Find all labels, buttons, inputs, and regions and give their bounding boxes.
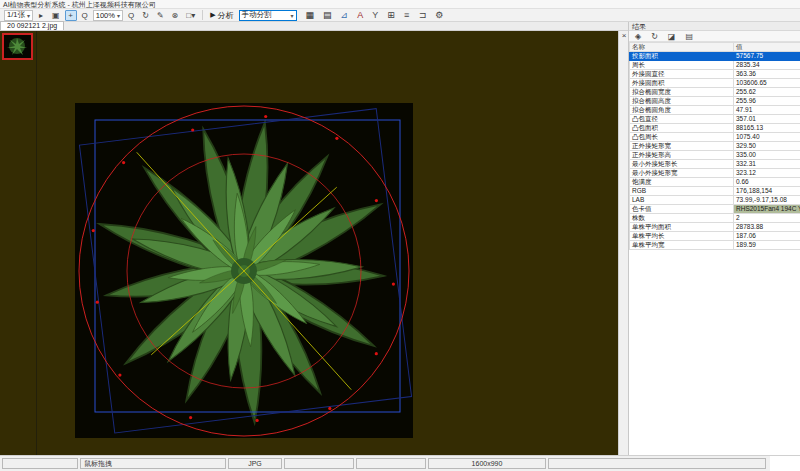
- zoom-out-icon[interactable]: Q: [79, 10, 91, 21]
- font-icon[interactable]: A: [354, 10, 366, 21]
- pan-tool-button[interactable]: +: [65, 10, 77, 21]
- next-page-button[interactable]: ▸: [35, 10, 47, 21]
- save-image-icon[interactable]: ▦: [303, 10, 318, 21]
- tip-dot: [335, 137, 338, 140]
- property-row[interactable]: 凸包面积88165.13: [630, 124, 800, 133]
- property-row[interactable]: 色卡值RHS2015Fan4 194C Yellow-Green: [630, 205, 800, 214]
- copy-icon[interactable]: ▣: [49, 10, 63, 21]
- property-value: 28783.88: [734, 223, 800, 232]
- property-name: 拟合椭圆宽度: [630, 88, 734, 97]
- results-panel-title: 结果: [629, 22, 800, 31]
- property-row[interactable]: 正外接矩形高335.00: [630, 151, 800, 160]
- property-name: 饱满度: [630, 178, 734, 187]
- report-icon[interactable]: ▤: [320, 10, 335, 21]
- property-row[interactable]: RGB176,188,154: [630, 187, 800, 196]
- toolbar-separator: [202, 10, 203, 20]
- canvas-scrollbar[interactable]: ×: [618, 31, 628, 455]
- property-value: 187.06: [734, 232, 800, 241]
- shape-tool-button[interactable]: □ ▾: [183, 10, 198, 21]
- property-name: 凸包面积: [630, 124, 734, 133]
- analyze-button[interactable]: ▶ 分析: [207, 10, 236, 21]
- property-row[interactable]: 拟合椭圆宽度255.62: [630, 88, 800, 97]
- property-row[interactable]: 外接圆直径363.36: [630, 70, 800, 79]
- analyze-label: 分析: [218, 10, 234, 21]
- property-value: 2835.34: [734, 61, 800, 70]
- property-name: 正外接矩形高: [630, 151, 734, 160]
- grid-icon[interactable]: ⊞: [384, 10, 398, 21]
- play-icon: ▶: [210, 11, 215, 19]
- clear-icon[interactable]: ◪: [665, 31, 679, 41]
- property-value: 255.96: [734, 97, 800, 106]
- property-row[interactable]: 单株平均面积28783.88: [630, 223, 800, 232]
- status-segment-empty2: [284, 458, 354, 469]
- property-value: 73.99,-9.17,15.08: [734, 196, 800, 205]
- delete-icon[interactable]: ⊗: [169, 10, 182, 21]
- property-row[interactable]: 最小外接矩形宽323.12: [630, 169, 800, 178]
- export-icon[interactable]: ⊐: [416, 10, 430, 21]
- property-value: 335.00: [734, 151, 800, 160]
- tip-dot: [328, 407, 331, 410]
- property-name: 投影面积: [630, 52, 734, 61]
- edit-icon[interactable]: ✎: [154, 10, 167, 21]
- rotate-icon[interactable]: ↻: [139, 10, 152, 21]
- status-segment-empty4: [548, 458, 766, 469]
- tip-dot: [191, 128, 194, 131]
- property-value: 363.36: [734, 70, 800, 79]
- chevron-down-icon: ▾: [291, 12, 294, 19]
- property-value: 332.31: [734, 160, 800, 169]
- property-row[interactable]: 凸包直径357.01: [630, 115, 800, 124]
- property-name: 拟合椭圆高度: [630, 97, 734, 106]
- segmentation-mode-selector[interactable]: 手动分割 ▾: [239, 10, 297, 21]
- page-indicator: 1/1张: [7, 10, 25, 20]
- resize-grip[interactable]: [770, 456, 800, 471]
- property-row[interactable]: 单株平均长187.06: [630, 232, 800, 241]
- property-row[interactable]: 投影面积57567.75: [630, 52, 800, 61]
- image-tab[interactable]: 20 092121 2.jpg: [0, 21, 64, 30]
- property-value: 323.12: [734, 169, 800, 178]
- property-row[interactable]: LAB73.99,-9.17,15.08: [630, 196, 800, 205]
- zoom-level-selector[interactable]: 100% ▾: [93, 10, 123, 21]
- tip-dot: [256, 419, 259, 422]
- plant-photo[interactable]: [75, 103, 413, 438]
- property-name: 外接圆面积: [630, 79, 734, 88]
- property-row[interactable]: 株数2: [630, 214, 800, 223]
- zoom-in-icon[interactable]: Q: [125, 10, 137, 21]
- export-results-icon[interactable]: ▤: [682, 31, 696, 41]
- properties-table: 名称 值 投影面积57567.75周长2835.34外接圆直径363.36外接圆…: [629, 42, 800, 250]
- property-row[interactable]: 最小外接矩形长332.31: [630, 160, 800, 169]
- tip-dot: [264, 115, 267, 118]
- property-row[interactable]: 单株平均宽189.59: [630, 241, 800, 250]
- page-selector[interactable]: 1/1张 ▾: [4, 10, 33, 21]
- property-row[interactable]: 正外接矩形宽329.50: [630, 142, 800, 151]
- segmentation-mode-value: 手动分割: [242, 10, 272, 20]
- thumbnail-selected[interactable]: [2, 33, 33, 60]
- status-hint: 鼠标拖拽: [80, 458, 226, 469]
- tip-dot: [122, 161, 125, 164]
- refresh-icon[interactable]: ↻: [648, 31, 661, 41]
- property-name: 拟合椭圆角度: [630, 106, 734, 115]
- property-row[interactable]: 凸包周长1075.40: [630, 133, 800, 142]
- property-row[interactable]: 饱满度0.66: [630, 178, 800, 187]
- chevron-down-icon: ▾: [27, 12, 30, 19]
- property-row[interactable]: 周长2835.34: [630, 61, 800, 70]
- property-value: RHS2015Fan4 194C Yellow-Green: [734, 205, 800, 214]
- status-bar: 鼠标拖拽 JPG 1600x990: [0, 455, 800, 471]
- property-name: 凸包直径: [630, 115, 734, 124]
- property-row[interactable]: 外接圆面积103606.65: [630, 79, 800, 88]
- property-value: 1075.40: [734, 133, 800, 142]
- filter-icon[interactable]: Y: [369, 10, 381, 21]
- property-row[interactable]: 拟合椭圆角度47.91: [630, 106, 800, 115]
- property-row[interactable]: 拟合椭圆高度255.96: [630, 97, 800, 106]
- property-name: 外接圆直径: [630, 70, 734, 79]
- property-value: 2: [734, 214, 800, 223]
- properties-table-body: 投影面积57567.75周长2835.34外接圆直径363.36外接圆面积103…: [630, 52, 800, 250]
- property-name: 单株平均宽: [630, 241, 734, 250]
- tip-dot: [375, 352, 378, 355]
- settings-gear-icon[interactable]: ⚙: [432, 10, 446, 21]
- list-icon[interactable]: ≡: [401, 10, 413, 21]
- status-format: JPG: [228, 458, 282, 469]
- chart-icon[interactable]: ⊿: [338, 10, 352, 21]
- tip-dot: [118, 374, 121, 377]
- pin-icon[interactable]: ◈: [632, 31, 644, 41]
- image-canvas[interactable]: [0, 31, 618, 455]
